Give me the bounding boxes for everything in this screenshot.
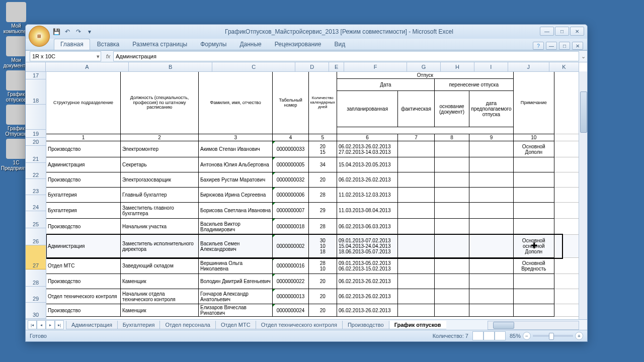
formula-input[interactable]: Администрация [113, 51, 579, 61]
table-row[interactable]: БухгалтерияЗаместитель главного бухгалте… [46, 203, 579, 219]
ribbon-tab[interactable]: Разметка страницы [126, 39, 193, 50]
table-row[interactable]: Отдел МТСЗаведующий складомВершинина Оль… [46, 258, 579, 274]
zoom-level[interactable]: 85% [510, 333, 521, 339]
table-row[interactable]: ПроизводствоЭлектромонтерАкимов Степан И… [46, 141, 579, 157]
row-header[interactable]: 23 [26, 179, 46, 195]
maximize-button[interactable]: □ [555, 27, 569, 36]
formula-expand-icon[interactable]: ⌄ [579, 53, 587, 60]
vscroll-thumb[interactable] [580, 92, 587, 133]
workbook-restore-button[interactable]: □ [559, 42, 570, 50]
row-header[interactable]: 25 [26, 211, 46, 228]
column-header[interactable]: J [508, 62, 549, 71]
table-row[interactable]: Отдел технического контроляНачальник отд… [46, 289, 579, 304]
column-header[interactable]: E [329, 62, 344, 71]
sheet-tab[interactable]: Производство [342, 321, 389, 329]
row-header[interactable] [26, 319, 46, 319]
row-header[interactable]: 28 [26, 269, 46, 287]
sheet-tab[interactable]: Отдел МТС [215, 321, 256, 329]
table-row[interactable]: ПроизводствоЭлектрогазосварщикБахирев Ру… [46, 172, 579, 188]
sheet-tab[interactable]: График отпусков [389, 321, 446, 329]
row-header[interactable]: 29 [26, 287, 46, 303]
tab-nav-last[interactable]: ▸| [55, 320, 64, 329]
ribbon-tab[interactable]: Главная [54, 39, 90, 50]
view-normal-button[interactable] [472, 331, 484, 340]
view-layout-button[interactable] [484, 331, 495, 340]
redo-icon[interactable]: ↷ [74, 27, 83, 36]
row-header[interactable]: 20 [26, 138, 46, 146]
fx-icon[interactable]: fx [103, 53, 113, 59]
sheet-tab[interactable]: Администрация [66, 321, 118, 329]
ribbon-tab[interactable]: Данные [233, 39, 267, 50]
name-box[interactable]: 1R x 10C [30, 51, 101, 61]
view-pagebreak-button[interactable] [495, 331, 506, 340]
ribbon-tabs: ГлавнаяВставкаРазметка страницыФормулыДа… [26, 39, 587, 50]
column-header[interactable]: H [441, 62, 474, 71]
column-header[interactable]: I [474, 62, 508, 71]
column-header[interactable]: D [295, 62, 329, 71]
save-icon[interactable]: 💾 [52, 27, 61, 36]
vertical-scrollbar[interactable] [579, 71, 587, 319]
row-header[interactable]: 17 [26, 71, 46, 79]
status-ready: Готово [30, 333, 47, 339]
ribbon-tab[interactable]: Вставка [91, 39, 126, 50]
row-header[interactable] [26, 105, 46, 130]
status-count: Количество: 7 [433, 333, 468, 339]
column-header[interactable]: B [129, 62, 212, 71]
zoom-in-button[interactable]: + [575, 332, 583, 340]
ribbon-tab[interactable]: Формулы [194, 39, 232, 50]
spreadsheet-grid[interactable]: ABCDEFGHIJK 1718192021222324252627282930… [26, 62, 587, 319]
table-row[interactable]: АдминистрацияЗаместитель исполнительного… [46, 235, 579, 258]
zoom-out-button[interactable]: − [523, 332, 531, 340]
workbook-minimize-button[interactable]: — [546, 42, 557, 50]
ribbon-tab[interactable]: Рецензирование [269, 39, 328, 50]
tab-nav-prev[interactable]: ◂ [37, 320, 46, 329]
undo-icon[interactable]: ↶ [63, 27, 72, 36]
desktop: Мой компьютерМои документыГрафик отпуско… [0, 0, 644, 362]
row-header[interactable]: 27 [26, 245, 46, 269]
minimize-button[interactable]: — [540, 27, 554, 36]
tab-nav-first[interactable]: |◂ [28, 320, 37, 329]
row-header[interactable]: 30 [26, 303, 46, 319]
table-row[interactable]: БухгалтерияГлавный бухгалтерБирюкова Ири… [46, 188, 579, 203]
column-header[interactable]: G [407, 62, 441, 71]
table-row[interactable]: ПроизводствоКаменщикЕлизаров Вячеслав Ри… [46, 304, 579, 317]
hscroll-thumb[interactable] [493, 322, 514, 329]
help-button[interactable]: ? [533, 42, 544, 50]
table-row[interactable]: АдминистрацияСекретарьАнтонова Юлия Альб… [46, 157, 579, 172]
table-row[interactable]: ПроизводствоКаменщикВолодин Дмитрий Евге… [46, 274, 579, 289]
column-header[interactable]: K [549, 62, 579, 71]
sheet-tab[interactable]: Отдел персонала [159, 321, 216, 329]
row-header[interactable]: 24 [26, 195, 46, 211]
row-header[interactable]: 19 [26, 130, 46, 138]
row-header[interactable]: 26 [26, 228, 46, 245]
row-header[interactable]: 18 [26, 79, 46, 105]
formula-bar: 1R x 10C fx Администрация ⌄ [26, 50, 587, 62]
zoom-slider[interactable] [533, 335, 573, 337]
close-button[interactable]: ✕ [570, 27, 584, 36]
table-row[interactable]: ПроизводствоНачальник участкаВасильев Ви… [46, 219, 579, 235]
office-button[interactable]: ⊞ [29, 26, 50, 47]
select-all-corner[interactable] [26, 62, 46, 71]
horizontal-scrollbar[interactable] [488, 321, 579, 330]
row-header[interactable]: 21 [26, 146, 46, 163]
titlebar: ⊞ 💾 ↶ ↷ ▾ ГрафикОтпусков_Майстройсервис_… [26, 25, 587, 39]
qat-dropdown-icon[interactable]: ▾ [85, 27, 94, 36]
ribbon-tab[interactable]: Вид [328, 39, 351, 50]
row-header[interactable]: 22 [26, 163, 46, 179]
excel-window: ⊞ 💾 ↶ ↷ ▾ ГрафикОтпусков_Майстройсервис_… [25, 24, 588, 342]
status-bar: Готово Количество: 7 85% − + [26, 330, 587, 341]
column-header[interactable]: C [212, 62, 296, 71]
tab-nav-next[interactable]: ▸ [46, 320, 55, 329]
workbook-close-button[interactable]: ✕ [572, 42, 583, 50]
sheet-tab[interactable]: Отдел технического контроля [256, 321, 343, 329]
window-title: ГрафикОтпусков_Майстройсервис_2013 [Режи… [91, 28, 587, 35]
sheet-tabs-bar: |◂ ◂ ▸ ▸| АдминистрацияБухгалтерияОтдел … [26, 319, 587, 330]
quick-access-toolbar: 💾 ↶ ↷ ▾ [52, 26, 94, 37]
sheet-tab[interactable]: Бухгалтерия [117, 321, 160, 329]
column-header[interactable]: F [344, 62, 407, 71]
column-header[interactable]: A [46, 62, 129, 71]
